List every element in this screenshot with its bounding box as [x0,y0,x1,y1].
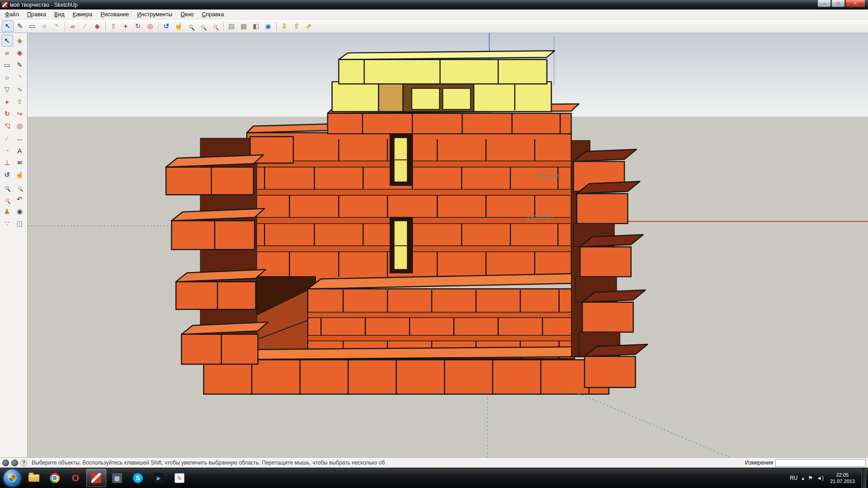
paint-bucket-tool-button[interactable]: ◆ [91,20,103,32]
rectangle-tool-button[interactable]: ▭ [26,20,38,32]
taskbar-explorer[interactable] [24,469,44,487]
clock-time: 22:05 [836,472,849,478]
palette-protractor-tool[interactable]: ◔ [1,145,13,156]
move-tool-button[interactable]: + [120,20,132,32]
arc-tool-button[interactable]: ◝ [51,20,62,32]
toolbar-separator [222,20,225,32]
volume-icon[interactable]: ◄) [816,475,824,481]
close-button[interactable]: × [845,0,865,7]
menu-window[interactable]: Окно [177,10,197,19]
menu-edit[interactable]: Правка [24,10,50,19]
palette-text-tool[interactable]: A [14,145,26,156]
palette-zoom-window-tool[interactable]: ○ [14,181,26,193]
palette-orbit-tool[interactable]: ↺ [1,169,13,181]
dimension-label-2: 230,0mm [526,214,553,221]
preview-google-earth-button[interactable]: ◉ [262,20,274,32]
palette-select-tool[interactable]: ↖ [1,35,13,47]
add-location-button[interactable]: ▤ [226,20,237,32]
main-toolbar: ↖✎▭○◝▰∕◆⇧+↻◎↺☝○○○▤▦◧◉⇩⇧⇗ [0,19,868,33]
palette-line-tool[interactable]: ✎ [14,59,26,71]
measurements-input[interactable] [775,459,866,467]
taskbar-skype[interactable]: S [128,469,148,487]
palette-scale-tool[interactable]: ◹ [1,120,13,132]
start-button[interactable] [4,469,21,487]
menu-help[interactable]: Справка [198,10,227,19]
action-center-flag-icon[interactable]: ⚑ [808,475,813,481]
clock-date: 21.07.2013 [830,478,855,484]
menu-draw[interactable]: Рисование [97,10,132,19]
zoom-window-tool-button[interactable]: ○ [197,20,209,32]
orbit-tool-button[interactable]: ↺ [160,20,172,32]
help-button[interactable]: ? [20,460,27,466]
taskbar-calculator[interactable]: ▦ [107,469,127,487]
menu-view[interactable]: Вид [51,10,68,19]
main-area: ↖◈▰◆▭✎○◝▽∿+⇧↻↪◹◎∕↔◔A⊥3D↺☝○○○↶♟◉∵◫ [0,33,868,457]
palette-walk-tool[interactable]: ∵ [1,218,13,230]
language-indicator[interactable]: RU [790,475,797,481]
palette-arc-tool[interactable]: ◝ [14,71,26,83]
share-component-button[interactable]: ⇗ [303,20,315,32]
menu-camera[interactable]: Камера [69,10,96,19]
zoom-tool-button[interactable]: ○ [185,20,197,32]
show-desktop-button[interactable] [861,468,866,488]
tape-measure-tool-button[interactable]: ∕ [79,20,91,32]
palette-circle-tool[interactable]: ○ [1,71,13,83]
viewport[interactable]: 779,0mm 230,0mm [28,33,868,457]
circle-tool-button[interactable]: ○ [38,20,50,32]
taskbar-paint-app[interactable]: ✎ [170,469,189,487]
toolbar-separator [104,20,107,32]
palette-axes-tool[interactable]: ⊥ [1,157,13,169]
menu-tools[interactable]: Инструменты [133,10,176,19]
palette-polygon-tool[interactable]: ▽ [1,84,13,95]
palette-section-plane-tool[interactable]: ◫ [14,218,26,230]
palette-rectangle-tool[interactable]: ▭ [1,59,13,71]
palette-pan-tool[interactable]: ☝ [14,169,26,181]
clock[interactable]: 22:05 21.07.2013 [828,472,857,485]
palette-zoom-extents-tool[interactable]: ○ [1,193,13,205]
palette-freehand-tool[interactable]: ∿ [14,84,26,95]
viewport-canvas[interactable]: 779,0mm 230,0mm [28,33,868,457]
window-controls: – □ × [817,0,868,7]
hidden-icons-chevron[interactable]: ▴ [802,475,804,481]
rotate-tool-button[interactable]: ↻ [132,20,144,32]
palette-zoom-tool[interactable]: ○ [1,181,13,193]
taskbar-chrome[interactable] [45,469,65,487]
palette-move-tool[interactable]: + [1,96,13,108]
get-models-button[interactable]: ⇩ [278,20,290,32]
palette-zoom-previous-tool[interactable]: ↶ [14,193,26,205]
palette-make-component-tool[interactable]: ◈ [14,35,26,47]
palette-tape-measure-tool[interactable]: ∕ [1,132,13,144]
tray-icons: ▴⚑◄) [802,475,824,481]
taskbar-media-app[interactable]: ▶ [149,469,169,487]
push-pull-tool-button[interactable]: ⇧ [108,20,119,32]
menu-file[interactable]: Файл [1,10,23,19]
line-tool-button[interactable]: ✎ [14,20,26,32]
palette-follow-me-tool[interactable]: ↪ [14,108,26,120]
minimize-button[interactable]: – [817,0,831,7]
palette-paint-bucket-tool[interactable]: ◆ [14,47,26,59]
offset-tool-button[interactable]: ◎ [144,20,156,32]
pan-tool-button[interactable]: ☝ [173,20,184,32]
palette-dimensions-tool[interactable]: ↔ [14,132,26,144]
palette-position-camera-tool[interactable]: ♟ [1,206,13,217]
zoom-extents-tool-button[interactable]: ○ [209,20,221,32]
maximize-button[interactable]: □ [831,0,845,7]
photo-textures-button[interactable]: ◧ [250,20,262,32]
select-tool-button[interactable]: ↖ [2,20,14,32]
palette-look-around-tool[interactable]: ◉ [14,206,26,217]
toggle-terrain-button[interactable]: ▦ [238,20,250,32]
geolocation-button[interactable] [2,460,9,466]
menubar: ФайлПравкаВидКамераРисованиеИнструментыО… [0,9,868,19]
eraser-tool-button[interactable]: ▰ [67,20,79,32]
system-tray: RU ▴⚑◄) 22:05 21.07.2013 [790,468,867,488]
palette-3d-text-tool[interactable]: 3D [14,157,26,169]
taskbar-opera[interactable]: O [66,469,85,487]
palette-push-pull-tool[interactable]: ⇧ [14,96,26,108]
palette-eraser-tool[interactable]: ▰ [1,47,13,59]
taskbar-sketchup[interactable] [86,469,106,487]
share-model-button[interactable]: ⇧ [291,20,302,32]
palette-rotate-tool[interactable]: ↻ [1,108,13,120]
statusbar: ? Выберите объекты. Воспользуйтесь клави… [0,457,868,468]
palette-offset-tool[interactable]: ◎ [14,120,26,132]
credits-button[interactable] [11,460,18,466]
